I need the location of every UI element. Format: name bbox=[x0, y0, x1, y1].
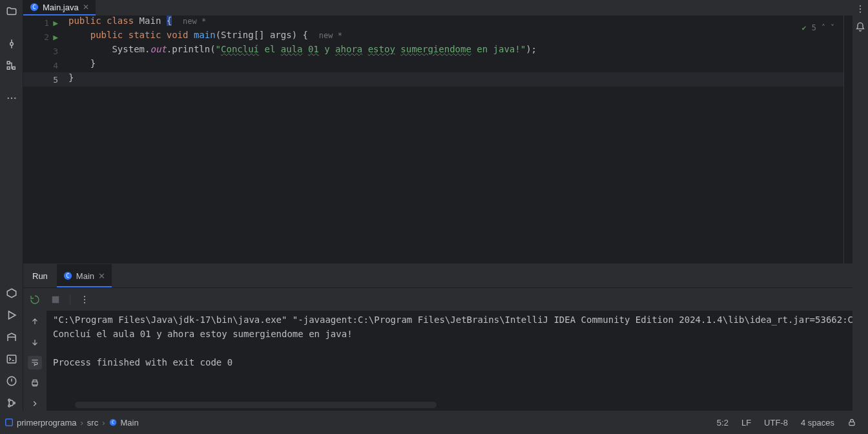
check-icon: ✔ bbox=[802, 23, 807, 32]
editor[interactable]: 1▶ 2▶ 3 4 5 public class Main { new * pu… bbox=[23, 16, 852, 264]
vcs-icon[interactable] bbox=[4, 395, 19, 411]
svg-point-5 bbox=[10, 98, 12, 99]
more-vertical-icon[interactable] bbox=[854, 3, 867, 16]
run-tabbar: Run C Main ✕ bbox=[23, 264, 852, 287]
svg-rect-21 bbox=[52, 296, 59, 303]
line-number: 3 bbox=[53, 46, 58, 56]
notifications-icon[interactable] bbox=[854, 21, 867, 34]
svg-rect-25 bbox=[32, 382, 37, 386]
svg-point-22 bbox=[84, 296, 85, 297]
console-line: Process finished with exit code 0 bbox=[53, 357, 846, 371]
svg-point-0 bbox=[10, 43, 13, 46]
status-bar: primerprograma › src › C Main 5:2 LF UTF… bbox=[0, 411, 868, 434]
commit-icon[interactable] bbox=[4, 36, 19, 52]
readonly-lock-icon[interactable] bbox=[841, 418, 863, 427]
project-icon[interactable] bbox=[4, 4, 19, 19]
up-icon[interactable] bbox=[28, 315, 42, 329]
breadcrumb[interactable]: primerprograma › src › C Main bbox=[5, 418, 139, 428]
svg-point-16 bbox=[860, 12, 861, 13]
run-tool-icon[interactable] bbox=[4, 307, 19, 323]
run-tab-label: Main bbox=[76, 271, 94, 281]
close-icon[interactable]: ✕ bbox=[83, 3, 89, 12]
svg-marker-8 bbox=[8, 311, 16, 319]
indent-setting[interactable]: 4 spaces bbox=[794, 418, 841, 428]
code-content[interactable]: public class Main { new * public static … bbox=[63, 16, 843, 264]
svg-point-23 bbox=[84, 299, 85, 300]
console-line bbox=[53, 343, 846, 357]
inspection-widget[interactable]: ✔5 ˄ ˅ bbox=[802, 23, 834, 32]
svg-point-6 bbox=[14, 98, 16, 99]
module-icon bbox=[5, 418, 13, 426]
line-number: 2 bbox=[44, 32, 49, 42]
line-ending[interactable]: LF bbox=[735, 418, 758, 428]
class-icon: C bbox=[109, 418, 117, 426]
services-icon[interactable] bbox=[4, 285, 19, 301]
console-line: Concluí el aula 01 y ahora estoy sumergi… bbox=[53, 329, 846, 343]
svg-rect-1 bbox=[7, 61, 10, 64]
cursor-position[interactable]: 5:2 bbox=[710, 418, 735, 428]
more-vertical-icon[interactable] bbox=[78, 293, 91, 306]
svg-point-4 bbox=[7, 98, 8, 99]
svg-text:C: C bbox=[32, 4, 36, 10]
gutter-run-icon[interactable]: ▶ bbox=[53, 18, 58, 28]
structure-icon[interactable] bbox=[4, 58, 19, 74]
class-icon: C bbox=[63, 271, 72, 280]
horizontal-scrollbar[interactable] bbox=[75, 402, 437, 408]
svg-point-15 bbox=[860, 8, 861, 10]
editor-tab-label: Main.java bbox=[43, 3, 79, 12]
breadcrumb-item[interactable]: primerprograma bbox=[17, 418, 76, 428]
svg-rect-2 bbox=[7, 67, 10, 70]
inspection-count: 5 bbox=[812, 23, 816, 32]
problems-icon[interactable] bbox=[4, 373, 19, 389]
breadcrumb-item[interactable]: src bbox=[87, 418, 98, 428]
svg-text:C: C bbox=[66, 273, 69, 279]
chevron-right-icon: › bbox=[80, 418, 83, 428]
svg-point-14 bbox=[860, 5, 861, 6]
editor-scrollbar[interactable] bbox=[843, 16, 852, 264]
editor-tab-main[interactable]: C Main.java ✕ bbox=[23, 0, 96, 16]
run-side-toolbar bbox=[23, 311, 46, 411]
breadcrumb-item[interactable]: Main bbox=[121, 418, 139, 428]
svg-marker-7 bbox=[7, 289, 16, 298]
svg-text:C: C bbox=[111, 420, 114, 425]
down-icon[interactable] bbox=[28, 335, 42, 349]
chevron-right-icon: › bbox=[102, 418, 105, 428]
left-toolbar bbox=[0, 0, 23, 411]
line-number: 1 bbox=[44, 18, 49, 28]
chevron-down-icon[interactable]: ˅ bbox=[831, 23, 834, 32]
svg-point-11 bbox=[8, 399, 10, 401]
run-tab-main[interactable]: C Main ✕ bbox=[57, 264, 112, 287]
build-icon[interactable] bbox=[4, 329, 19, 345]
right-gutter bbox=[852, 0, 868, 411]
svg-point-24 bbox=[84, 302, 85, 303]
chevron-up-icon[interactable]: ˄ bbox=[822, 23, 825, 32]
gutter-run-icon[interactable]: ▶ bbox=[53, 32, 58, 42]
chevron-right-icon[interactable] bbox=[28, 397, 42, 411]
run-toolbar bbox=[23, 287, 852, 311]
line-number: 5 bbox=[53, 75, 58, 85]
more-horizontal-icon[interactable] bbox=[4, 90, 19, 106]
gutter: 1▶ 2▶ 3 4 5 bbox=[23, 16, 63, 264]
svg-point-12 bbox=[8, 405, 10, 407]
editor-tabbar: C Main.java ✕ bbox=[23, 0, 852, 16]
file-encoding[interactable]: UTF-8 bbox=[758, 418, 794, 428]
close-icon[interactable]: ✕ bbox=[98, 271, 105, 281]
svg-rect-9 bbox=[7, 355, 16, 363]
rerun-icon[interactable] bbox=[28, 293, 41, 306]
svg-rect-3 bbox=[12, 67, 15, 70]
run-panel-title: Run bbox=[23, 264, 57, 287]
terminal-icon[interactable] bbox=[4, 351, 19, 367]
console-line: "C:\Program Files\Java\jdk-17\bin\java.e… bbox=[53, 315, 846, 329]
stop-icon[interactable] bbox=[49, 293, 62, 306]
console-output[interactable]: "C:\Program Files\Java\jdk-17\bin\java.e… bbox=[46, 311, 852, 411]
svg-point-13 bbox=[13, 402, 15, 404]
run-panel: Run C Main ✕ "C:\Program Files\Java\jdk-… bbox=[23, 264, 852, 411]
svg-rect-26 bbox=[6, 419, 13, 426]
class-icon: C bbox=[30, 3, 39, 12]
line-number: 4 bbox=[53, 61, 58, 70]
print-icon[interactable] bbox=[28, 376, 42, 390]
soft-wrap-icon[interactable] bbox=[28, 356, 42, 370]
svg-rect-29 bbox=[849, 422, 854, 425]
